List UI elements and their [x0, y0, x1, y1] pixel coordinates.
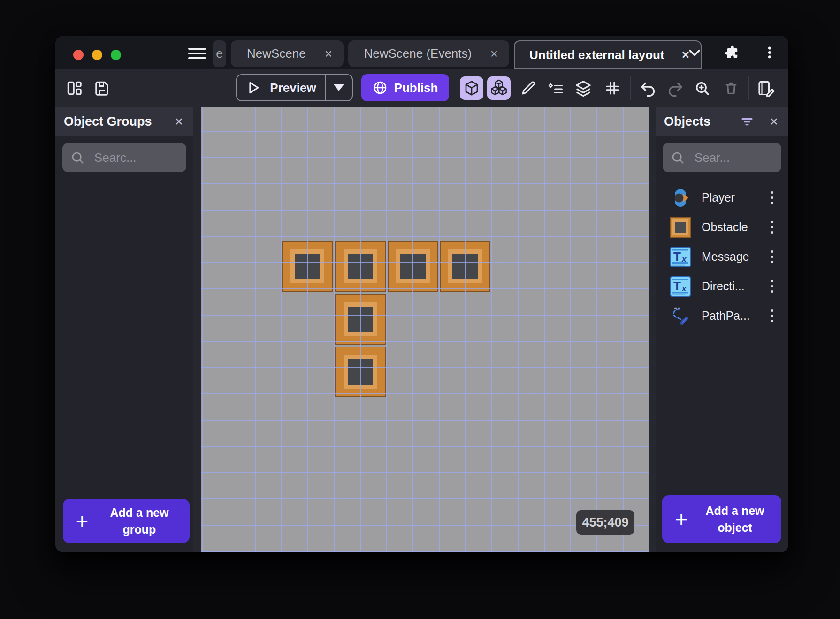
- cursor-coordinates-badge: 455;409: [576, 510, 634, 535]
- obstacle-icon: [670, 217, 691, 238]
- minimize-window-button[interactable]: [92, 50, 102, 60]
- object-row-player[interactable]: Player: [656, 183, 788, 212]
- objects-panel: Objects × Player: [656, 107, 788, 552]
- text-object-icon: Tx: [670, 276, 691, 297]
- desktop: e NewScene × NewScene (Events) × Untitle…: [0, 0, 840, 619]
- play-icon: [245, 80, 261, 96]
- main-area: Object Groups × + Add a new group: [55, 107, 788, 552]
- object-menu-icon[interactable]: [769, 219, 775, 235]
- svg-text:x: x: [681, 255, 687, 264]
- publish-label: Publish: [394, 81, 438, 95]
- tab-newscene[interactable]: NewScene ×: [231, 40, 344, 67]
- close-window-button[interactable]: [73, 50, 84, 60]
- publish-button[interactable]: Publish: [361, 74, 449, 101]
- obstacle-instance[interactable]: [335, 294, 386, 345]
- instances-editor-toggle[interactable]: [487, 76, 511, 100]
- obstacle-instance[interactable]: [335, 241, 386, 292]
- preview-dropdown[interactable]: [325, 75, 352, 100]
- undo-icon[interactable]: [638, 79, 657, 98]
- obstacle-instance[interactable]: [440, 241, 490, 292]
- close-icon[interactable]: ×: [490, 47, 498, 60]
- preview-button-main[interactable]: Preview: [237, 75, 325, 100]
- tab-bar: e NewScene × NewScene (Events) × Untitle…: [213, 40, 702, 69]
- layers-icon[interactable]: [574, 79, 593, 98]
- object-row-pathpaint[interactable]: PathPa...: [656, 301, 788, 331]
- tab-untitled-external-layout[interactable]: Untitled external layout ×: [514, 40, 702, 69]
- add-group-label: Add a new group: [98, 504, 186, 538]
- object-groups-header: Object Groups ×: [55, 107, 193, 136]
- objects-editor-toggle[interactable]: [460, 76, 483, 100]
- chevron-down-icon[interactable]: [686, 44, 703, 61]
- obstacle-instance[interactable]: [282, 241, 333, 292]
- filter-icon[interactable]: [740, 114, 755, 129]
- tab-partial[interactable]: e: [213, 40, 226, 67]
- edit-scene-icon[interactable]: [757, 79, 776, 98]
- object-row-obstacle[interactable]: Obstacle: [656, 212, 788, 242]
- object-menu-icon[interactable]: [769, 189, 775, 206]
- search-input[interactable]: [93, 150, 179, 166]
- titlebar-right-icons: [686, 42, 778, 63]
- svg-text:x: x: [681, 284, 687, 293]
- objects-header: Objects ×: [656, 107, 788, 136]
- scene-canvas[interactable]: 455;409: [201, 107, 649, 552]
- tab-newscene-events[interactable]: NewScene (Events) ×: [348, 40, 509, 67]
- objects-search[interactable]: [663, 143, 781, 172]
- preview-label: Preview: [270, 81, 316, 95]
- more-options-icon[interactable]: [761, 44, 778, 61]
- obstacle-instance[interactable]: [388, 241, 438, 292]
- search-icon: [70, 150, 85, 165]
- trash-icon[interactable]: [722, 79, 741, 98]
- zoom-in-icon[interactable]: [693, 79, 711, 98]
- close-icon[interactable]: ×: [325, 47, 332, 60]
- object-menu-icon[interactable]: [769, 278, 775, 294]
- obstacle-instance[interactable]: [335, 347, 386, 397]
- tab-label: NewScene: [242, 46, 311, 61]
- pencil-tool-icon[interactable]: [519, 79, 538, 98]
- path-paint-icon: [670, 305, 691, 327]
- panel-title: Objects: [664, 114, 740, 129]
- preview-button[interactable]: Preview: [236, 74, 353, 101]
- close-icon[interactable]: ×: [768, 114, 780, 128]
- search-icon: [670, 150, 685, 165]
- tab-label: Untitled external layout: [526, 48, 668, 62]
- extensions-puzzle-icon[interactable]: [724, 44, 741, 61]
- object-menu-icon[interactable]: [769, 308, 775, 324]
- object-row-message[interactable]: Tx Message: [656, 242, 788, 272]
- toolbar-separator: [748, 76, 749, 100]
- main-menu-icon[interactable]: [188, 48, 206, 59]
- caret-down-icon: [334, 84, 344, 91]
- app-window: e NewScene × NewScene (Events) × Untitle…: [55, 36, 788, 552]
- save-icon[interactable]: [92, 79, 111, 98]
- tab-label: NewScene (Events): [359, 46, 476, 61]
- grid-overlay: [201, 107, 649, 552]
- object-row-directions[interactable]: Tx Directi...: [656, 272, 788, 301]
- search-input[interactable]: [694, 150, 774, 166]
- redo-icon[interactable]: [666, 79, 685, 98]
- toolbar-separator: [630, 76, 631, 100]
- add-object-label: Add a new object: [697, 502, 778, 536]
- text-object-icon: Tx: [670, 246, 691, 268]
- svg-text:T: T: [673, 279, 681, 293]
- titlebar: e NewScene × NewScene (Events) × Untitle…: [55, 36, 788, 69]
- svg-text:T: T: [673, 249, 681, 264]
- project-manager-icon[interactable]: [65, 79, 84, 98]
- instructions-list-icon[interactable]: [546, 79, 565, 98]
- object-groups-panel: Object Groups × + Add a new group: [55, 107, 193, 552]
- globe-icon: [373, 80, 388, 95]
- object-menu-icon[interactable]: [769, 249, 775, 265]
- tab-label: e: [215, 46, 223, 61]
- cube-icon: [463, 80, 480, 97]
- toolbar: Preview Publish: [55, 69, 788, 107]
- grid-icon[interactable]: [603, 79, 622, 98]
- close-icon[interactable]: ×: [173, 114, 185, 128]
- add-object-button[interactable]: + Add a new object: [662, 495, 781, 543]
- add-group-button[interactable]: + Add a new group: [63, 499, 190, 543]
- zoom-window-button[interactable]: [111, 50, 121, 60]
- objects-list: Player Obstacle Tx Messag: [656, 183, 788, 331]
- plus-icon: +: [67, 510, 98, 532]
- plus-icon: +: [666, 508, 697, 530]
- window-controls: [73, 50, 121, 60]
- player-icon: [670, 187, 691, 209]
- panel-title: Object Groups: [64, 114, 173, 129]
- object-groups-search[interactable]: [62, 143, 186, 172]
